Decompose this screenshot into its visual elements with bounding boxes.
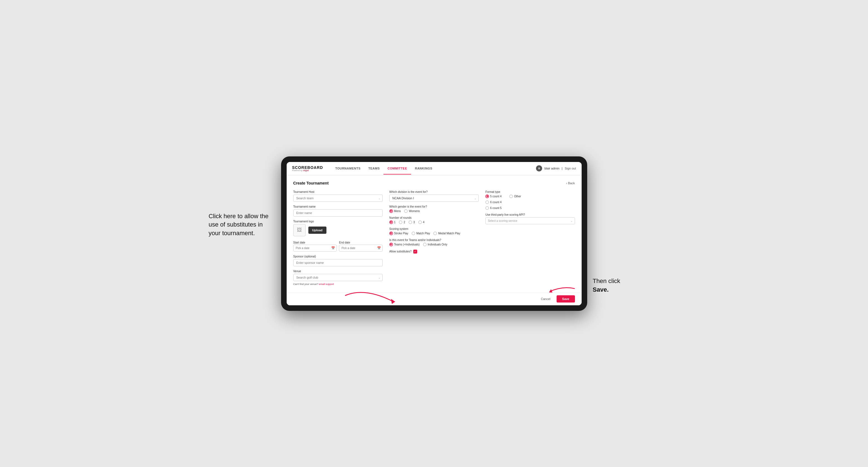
sponsor-input[interactable] [293, 259, 383, 266]
format-type-group: Format type 5 count 4 [485, 190, 575, 210]
annotation-right: Then click Save. [593, 277, 643, 294]
division-select[interactable]: NCAA Division I [389, 194, 479, 202]
event-individuals-option[interactable]: Individuals Only [423, 243, 447, 246]
rounds-4-option[interactable]: 4 [418, 220, 425, 224]
venue-input[interactable] [293, 274, 383, 281]
format-6count4-radio[interactable] [485, 200, 489, 204]
tournament-logo-group: Tournament logo 🖼 Upload [293, 220, 383, 236]
form-col1: Tournament Host ⌄ Tournament name Tourna [293, 190, 383, 285]
scoring-radio-group: Stroke Play Match Play Medal Match Play [389, 231, 479, 235]
nav-rankings[interactable]: RANKINGS [411, 163, 436, 175]
event-teams-radio[interactable] [389, 243, 393, 246]
tablet-screen: SCOREBOARD Powered by clippd TOURNAMENTS… [287, 162, 582, 305]
nav-username: blair admin [544, 167, 559, 170]
gender-radio-group: Mens Womens [389, 209, 479, 213]
nav-tournaments[interactable]: TOURNAMENTS [332, 163, 365, 175]
tournament-host-input[interactable] [293, 194, 383, 202]
end-date-label: End date [339, 241, 350, 244]
format-6count5-label: 6 count 5 [490, 207, 501, 210]
tournament-name-group: Tournament name [293, 205, 383, 217]
rounds-3-label: 3 [413, 221, 415, 224]
scoring-api-dropdown-icon: ⌄ [570, 219, 573, 222]
scoring-stroke-label: Stroke Play [394, 232, 408, 235]
format-6count5-option[interactable]: 6 count 5 [485, 206, 575, 210]
rounds-4-radio[interactable] [418, 220, 422, 224]
event-teams-option[interactable]: Teams (+Individuals) [389, 243, 420, 246]
rounds-3-radio[interactable] [408, 220, 412, 224]
scoring-medal-radio[interactable] [433, 231, 437, 235]
event-individuals-radio[interactable] [423, 243, 427, 246]
format-5count4-radio[interactable] [485, 194, 489, 198]
nav-teams[interactable]: TEAMS [364, 163, 383, 175]
format-6count4-label: 6 count 4 [490, 201, 501, 204]
format-6count5-radio[interactable] [485, 206, 489, 210]
venue-group: Venue ⌄ Can't find your venue? email sup… [293, 270, 383, 285]
gender-label: Which gender is the event for? [389, 205, 479, 208]
scoring-system-group: Scoring system Stroke Play [389, 227, 479, 235]
scoring-match-radio[interactable] [412, 231, 415, 235]
scoring-stroke-radio[interactable] [389, 231, 393, 235]
format-5count4-option[interactable]: 5 count 4 [485, 194, 501, 198]
allow-subs-group: Allow substitutes? ✓ [389, 250, 479, 253]
gender-mens-radio[interactable] [389, 209, 393, 213]
division-label: Which division is the event for? [389, 190, 479, 193]
format-other-radio[interactable] [509, 194, 513, 198]
start-date-label: Start date [293, 241, 305, 244]
scoring-match-label: Match Play [416, 232, 430, 235]
allow-subs-checkbox[interactable]: ✓ [413, 250, 417, 253]
scoring-medal-option[interactable]: Medal Match Play [433, 231, 460, 235]
nav-separator: | [562, 167, 562, 170]
scoring-api-group: Use third-party live scoring API? Select… [485, 213, 575, 224]
rounds-1-option[interactable]: 1 [389, 220, 396, 224]
cancel-button[interactable]: Cancel [538, 295, 554, 302]
back-link[interactable]: ‹ Back [566, 182, 575, 185]
gender-group: Which gender is the event for? Mens [389, 205, 479, 213]
image-icon: 🖼 [297, 227, 302, 233]
format-5count4-label: 5 count 4 [490, 195, 501, 198]
nav-bar: SCOREBOARD Powered by clippd TOURNAMENTS… [287, 162, 582, 175]
logo-powered: Powered by clippd [292, 169, 323, 172]
scoring-stroke-option[interactable]: Stroke Play [389, 231, 408, 235]
scoring-api-select[interactable]: Select a scoring service [485, 217, 575, 224]
rounds-label: Number of rounds [389, 216, 479, 219]
page-title: Create Tournament [293, 181, 329, 185]
rounds-2-label: 2 [404, 221, 405, 224]
sign-out-link[interactable]: Sign out [565, 167, 576, 170]
date-group: Start date 📅 End date [293, 240, 383, 252]
end-date-input[interactable] [339, 245, 383, 252]
tournament-name-input[interactable] [293, 209, 383, 217]
rounds-radio-group: 1 2 3 [389, 220, 479, 224]
gender-womens-radio[interactable] [404, 209, 408, 213]
event-type-label: Is this event for Teams and/or Individua… [389, 239, 479, 242]
format-other-option[interactable]: Other [509, 194, 521, 198]
rounds-1-radio[interactable] [389, 220, 393, 224]
scoring-match-option[interactable]: Match Play [412, 231, 430, 235]
rounds-1-label: 1 [394, 221, 396, 224]
nav-committee[interactable]: COMMITTEE [383, 163, 411, 175]
email-support-link[interactable]: email support [319, 283, 334, 285]
start-date-input[interactable] [293, 245, 337, 252]
logo-upload-row: 🖼 Upload [293, 224, 383, 236]
rounds-3-option[interactable]: 3 [408, 220, 415, 224]
gender-mens-option[interactable]: Mens [389, 209, 401, 213]
allow-subs-row: Allow substitutes? ✓ [389, 250, 479, 253]
page-header: Create Tournament ‹ Back [293, 181, 575, 185]
upload-button[interactable]: Upload [308, 226, 327, 234]
gender-womens-option[interactable]: Womens [404, 209, 420, 213]
format-row-1: 5 count 4 Other [485, 194, 575, 198]
format-6count4-option[interactable]: 6 count 4 [485, 200, 575, 204]
rounds-2-radio[interactable] [399, 220, 402, 224]
page-footer: Cancel Save [287, 292, 582, 305]
page-content: Create Tournament ‹ Back Tournament Host… [287, 175, 582, 292]
tablet-frame: SCOREBOARD Powered by clippd TOURNAMENTS… [281, 156, 587, 311]
event-individuals-label: Individuals Only [428, 243, 447, 246]
tournament-host-label: Tournament Host [293, 190, 383, 193]
logo-scoreboard: SCOREBOARD [292, 165, 323, 169]
format-type-label: Format type [485, 190, 575, 193]
rounds-group: Number of rounds 1 2 [389, 216, 479, 224]
save-button[interactable]: Save [557, 295, 575, 303]
rounds-2-option[interactable]: 2 [399, 220, 405, 224]
format-radio-stack: 5 count 4 Other 6 count 4 [485, 194, 575, 210]
gender-womens-label: Womens [409, 210, 420, 213]
scoring-api-select-wrap: Select a scoring service ⌄ [485, 217, 575, 224]
